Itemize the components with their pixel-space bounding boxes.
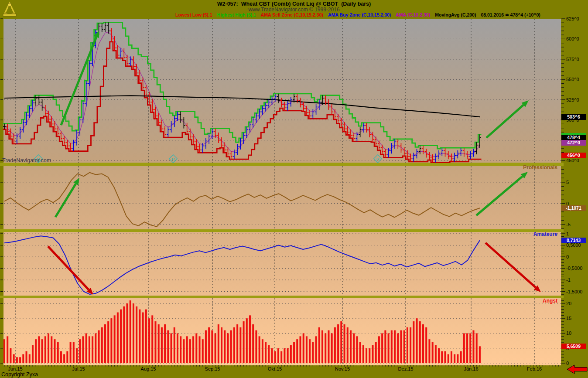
- svg-text:R: R: [172, 157, 175, 161]
- left-arrow-icon: [567, 365, 587, 374]
- main-panel-background: [3, 19, 561, 163]
- chart-canvas[interactable]: RRR: [0, 0, 588, 378]
- panel-divider: [0, 163, 564, 166]
- professionals-panel-background: [3, 166, 561, 229]
- trade-navigator-window: W2-057: Wheat CBT (Comb) Cont Liq @ CBOT…: [0, 0, 588, 378]
- svg-text:R: R: [37, 157, 40, 161]
- svg-text:R: R: [376, 157, 379, 161]
- panel-divider: [0, 296, 564, 298]
- amateure-panel-background: [3, 232, 561, 296]
- panel-divider: [0, 229, 564, 232]
